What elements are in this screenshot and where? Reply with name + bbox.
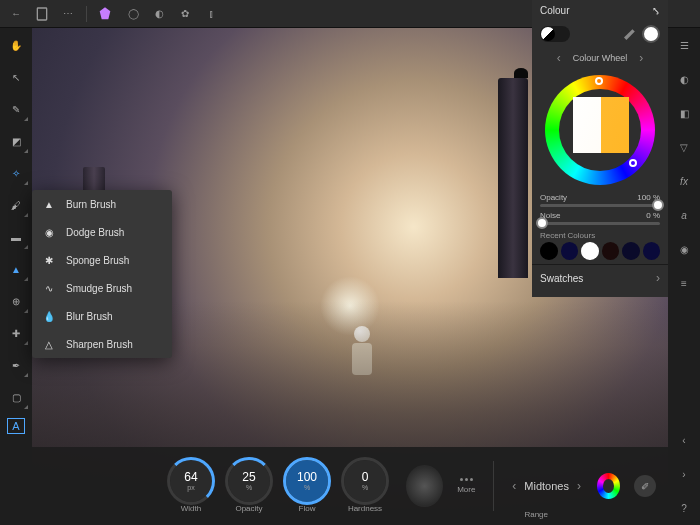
collapse-left-icon[interactable]: ‹	[673, 429, 695, 451]
hand-tool-icon[interactable]: ✋	[5, 34, 27, 56]
colour-mode-label[interactable]: Colour Wheel	[573, 53, 628, 63]
active-colour-swatch[interactable]	[642, 25, 660, 43]
flyout-label: Sponge Brush	[66, 255, 129, 266]
quick-colour-wheel-icon[interactable]	[597, 473, 620, 499]
drop-icon: 💧	[42, 309, 56, 323]
chevron-right-icon[interactable]: ›	[577, 479, 581, 493]
adjustments-icon[interactable]: ◧	[673, 102, 695, 124]
shape-tool-icon[interactable]: ▢	[5, 386, 27, 408]
colour-triangle[interactable]	[573, 97, 629, 153]
persona-logo-icon[interactable]	[95, 4, 115, 24]
more-menu-button[interactable]: ⋯	[58, 4, 78, 24]
left-toolbar: ✋ ↖ ✎ ◩ ✧ 🖌 ▬ ▲ ⊕ ✚ ✒ ▢ A	[0, 28, 32, 525]
flyout-item[interactable]: ◉Dodge Brush	[32, 218, 172, 246]
canvas-content	[498, 78, 528, 278]
prev-mode-icon[interactable]: ‹	[557, 51, 561, 65]
canvas-content	[514, 68, 528, 78]
recent-swatch[interactable]	[561, 242, 579, 260]
separator	[86, 6, 87, 22]
settings-icon[interactable]: ✿	[175, 4, 195, 24]
opacity-slider[interactable]	[540, 204, 660, 207]
colour-wheel[interactable]	[545, 75, 655, 185]
right-studio-bar: ☰ ◐ ◧ ▽ fx a ◉ ≡ ‹ › ?	[668, 28, 700, 525]
flyout-item[interactable]: ✱Sponge Brush	[32, 246, 172, 274]
stock-icon[interactable]: ◉	[673, 238, 695, 260]
refine-icon[interactable]: ◐	[149, 4, 169, 24]
lasso-icon[interactable]: ◯	[123, 4, 143, 24]
eraser-tool-icon[interactable]: ▬	[5, 226, 27, 248]
pen-tool-icon[interactable]: ✒	[5, 354, 27, 376]
selection-tool-icon[interactable]: ✧	[5, 162, 27, 184]
text-tool-icon[interactable]: ⫿	[201, 4, 221, 24]
hue-indicator[interactable]	[595, 77, 603, 85]
sat-indicator[interactable]	[629, 159, 637, 167]
colour-panel-icon[interactable]: ◐	[673, 68, 695, 90]
layers-panel-icon[interactable]: ☰	[673, 34, 695, 56]
flyout-item[interactable]: ▲Burn Brush	[32, 190, 172, 218]
chevron-right-icon: ›	[656, 271, 660, 285]
text-styles-icon[interactable]: a	[673, 204, 695, 226]
colour-toggle[interactable]	[540, 26, 570, 42]
flyout-item[interactable]: △Sharpen Brush	[32, 330, 172, 358]
pin-panel-icon[interactable]: ⤣	[652, 5, 660, 16]
svg-rect-0	[37, 8, 46, 20]
fx-icon[interactable]: fx	[673, 170, 695, 192]
paint-brush-icon[interactable]: 🖌	[5, 194, 27, 216]
filters-icon[interactable]: ▽	[673, 136, 695, 158]
noise-value: 0 %	[646, 211, 660, 220]
separator	[493, 461, 494, 511]
flyout-label: Sharpen Brush	[66, 339, 133, 350]
burn-tool-icon[interactable]: ▲	[5, 258, 27, 280]
brush-preview[interactable]	[406, 465, 443, 507]
back-button[interactable]: ←	[6, 4, 26, 24]
text-frame-icon[interactable]: A	[7, 418, 25, 434]
dial-flow[interactable]: 100%Flow	[280, 460, 334, 513]
more-options-button[interactable]: More	[457, 478, 475, 494]
flyout-label: Smudge Brush	[66, 283, 132, 294]
dial-width[interactable]: 64pxWidth	[164, 460, 218, 513]
opacity-label: Opacity	[540, 193, 567, 202]
crop-tool-icon[interactable]: ◩	[5, 130, 27, 152]
dial-hardness[interactable]: 0%Hardness	[338, 460, 392, 513]
range-value: Midtones	[524, 480, 569, 492]
recent-swatch[interactable]	[540, 242, 558, 260]
recent-swatch[interactable]	[622, 242, 640, 260]
clone-tool-icon[interactable]: ⊕	[5, 290, 27, 312]
next-mode-icon[interactable]: ›	[639, 51, 643, 65]
document-button[interactable]	[32, 4, 52, 24]
move-tool-icon[interactable]: ↖	[5, 66, 27, 88]
swatches-label: Swatches	[540, 273, 583, 284]
colour-panel: Colour⤣ ‹ Colour Wheel › Opacity100 % No…	[532, 0, 668, 297]
triangle-icon: △	[42, 337, 56, 351]
recent-swatch[interactable]	[602, 242, 620, 260]
color-picker-icon[interactable]: ✎	[5, 98, 27, 120]
flame-icon: ▲	[42, 197, 56, 211]
healing-tool-icon[interactable]: ✚	[5, 322, 27, 344]
tonal-range-selector[interactable]: ‹ Midtones ›	[512, 479, 581, 493]
history-icon[interactable]: ≡	[673, 272, 695, 294]
flyout-label: Burn Brush	[66, 199, 116, 210]
smudge-icon: ∿	[42, 281, 56, 295]
eyedropper-icon[interactable]	[624, 28, 636, 40]
circle-icon: ◉	[42, 225, 56, 239]
recent-colours-label: Recent Colours	[532, 227, 668, 242]
swatches-button[interactable]: Swatches ›	[532, 264, 668, 291]
quick-brush-icon[interactable]: ✐	[634, 475, 656, 497]
chevron-left-icon[interactable]: ‹	[512, 479, 516, 493]
recent-swatch[interactable]	[643, 242, 661, 260]
recent-swatch[interactable]	[581, 242, 599, 260]
flyout-label: Blur Brush	[66, 311, 113, 322]
context-toolbar: 64pxWidth25%Opacity100%Flow0%Hardness Mo…	[32, 447, 668, 525]
brush-tool-flyout: ▲Burn Brush◉Dodge Brush✱Sponge Brush∿Smu…	[32, 190, 172, 358]
flyout-label: Dodge Brush	[66, 227, 124, 238]
dial-opacity[interactable]: 25%Opacity	[222, 460, 276, 513]
range-label: Range	[524, 510, 548, 519]
flyout-item[interactable]: ∿Smudge Brush	[32, 274, 172, 302]
panel-title: Colour	[540, 5, 569, 16]
collapse-right-icon[interactable]: ›	[673, 463, 695, 485]
noise-slider[interactable]	[540, 222, 660, 225]
help-icon[interactable]: ?	[673, 497, 695, 519]
sponge-icon: ✱	[42, 253, 56, 267]
flyout-item[interactable]: 💧Blur Brush	[32, 302, 172, 330]
